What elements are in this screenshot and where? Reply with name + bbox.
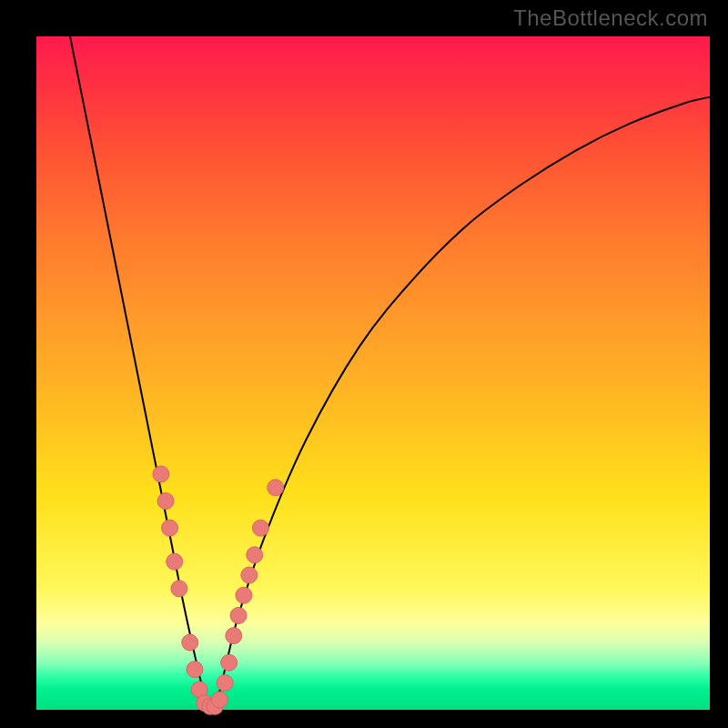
curve-marker [153,466,169,482]
curve-marker [167,553,183,570]
curve-marker [187,662,203,678]
curve-marker [268,480,284,496]
chart-frame: TheBottleneck.com [0,0,728,728]
curve-marker [252,520,268,536]
curve-marker [211,692,228,708]
curve-marker [162,520,178,536]
watermark-text: TheBottleneck.com [513,5,708,31]
curve-markers [153,466,284,714]
curve-marker [182,634,198,651]
curve-marker [241,567,258,583]
curve-marker [226,628,242,644]
plot-area [36,36,710,710]
curve-marker [157,493,174,510]
curve-marker [221,654,238,671]
curve-svg [36,36,710,710]
curve-marker [247,547,263,563]
curve-marker [171,581,187,597]
bottleneck-curve [70,36,710,710]
curve-marker [230,607,247,623]
curve-marker [236,587,252,603]
curve-marker [217,674,233,691]
